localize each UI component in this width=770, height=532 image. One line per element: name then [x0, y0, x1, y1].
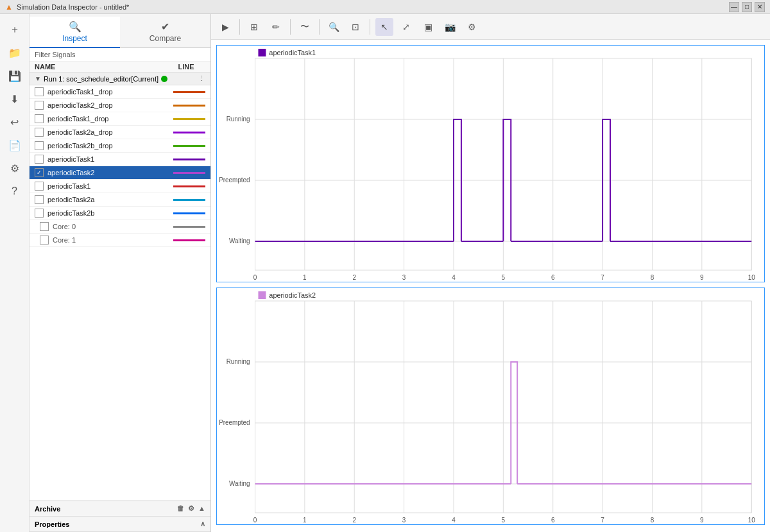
inspect-icon: 🔍	[69, 21, 81, 33]
filter-row: Filter Signals	[30, 48, 210, 62]
layout-button[interactable]: ⊞	[245, 18, 263, 36]
svg-text:5: 5	[502, 517, 506, 524]
minimize-button[interactable]: —	[729, 2, 739, 12]
download-icon[interactable]: ⬇	[4, 89, 25, 109]
svg-text:8: 8	[651, 517, 654, 524]
help-icon[interactable]: ?	[4, 181, 25, 202]
maximize-button[interactable]: □	[742, 2, 752, 12]
signal-checkbox[interactable]	[40, 222, 49, 231]
name-column-header: NAME	[35, 63, 167, 71]
signal-row[interactable]: periodicTask2a	[30, 193, 210, 207]
paint-button[interactable]: ✏	[267, 18, 285, 36]
tab-compare[interactable]: ✔ Compare	[120, 17, 210, 47]
expand-icon[interactable]: ▲	[198, 504, 205, 513]
signal-name: Core: 1	[53, 236, 173, 244]
signal-row[interactable]: Core: 1	[30, 234, 210, 247]
properties-expand-icon[interactable]: ∧	[200, 520, 205, 528]
signal-row[interactable]: periodicTask2b_drop	[30, 139, 210, 153]
bottom-panel: Archive 🗑 ⚙ ▲ Properties ∧	[30, 501, 210, 532]
signal-line-color	[173, 118, 205, 120]
snapshot-button[interactable]: 📷	[441, 18, 459, 36]
trash-icon[interactable]: 🗑	[177, 504, 184, 513]
signal-line-color	[173, 185, 205, 187]
close-button[interactable]: ✕	[755, 2, 765, 12]
signal-checkbox[interactable]: ✓	[35, 168, 44, 177]
cursor-button[interactable]: 〜	[296, 18, 314, 36]
signal-checkbox[interactable]	[35, 128, 44, 137]
signal-name: aperiodicTask2_drop	[47, 101, 173, 109]
filter-label: Filter Signals	[35, 51, 76, 58]
signal-line-color	[173, 159, 205, 160]
zoom-button[interactable]: 🔍	[325, 18, 343, 36]
run-status-dot	[161, 76, 167, 82]
signal-checkbox[interactable]	[35, 182, 44, 191]
folder-icon[interactable]: 📁	[4, 42, 25, 63]
run-header: ▼ Run 1: soc_schedule_editor[Current] ⋮	[30, 73, 210, 85]
signal-name: periodicTask1	[47, 182, 173, 190]
signal-row[interactable]: aperiodicTask2_drop	[30, 99, 210, 112]
signal-row[interactable]: aperiodicTask1	[30, 153, 210, 166]
svg-text:0: 0	[253, 274, 257, 281]
signal-name: periodicTask2b_drop	[47, 142, 173, 150]
signal-line-color	[173, 105, 205, 107]
svg-text:9: 9	[700, 274, 704, 281]
app-icon: ▲	[5, 3, 13, 12]
signal-row[interactable]: ✓aperiodicTask2	[30, 166, 210, 180]
signal-line-color	[173, 212, 205, 214]
properties-section[interactable]: Properties ∧	[30, 517, 210, 532]
select-button[interactable]: ↖	[375, 18, 393, 36]
archive-label: Archive	[35, 505, 60, 513]
signal-row[interactable]: periodicTask2a_drop	[30, 126, 210, 139]
signal-line-color	[173, 199, 205, 201]
chart-settings-button[interactable]: ⚙	[463, 18, 481, 36]
properties-label: Properties	[35, 520, 69, 528]
inspect-tab-label: Inspect	[62, 34, 87, 43]
svg-text:2: 2	[352, 274, 356, 281]
signal-line-color	[173, 132, 205, 133]
signal-row[interactable]: periodicTask1	[30, 180, 210, 193]
document-icon[interactable]: 📄	[4, 135, 25, 155]
tab-inspect[interactable]: 🔍 Inspect	[30, 17, 120, 48]
signal-name: aperiodicTask2	[47, 169, 173, 176]
svg-text:10: 10	[748, 517, 755, 524]
settings-icon[interactable]: ⚙	[4, 158, 25, 178]
svg-text:1: 1	[303, 517, 307, 524]
fullscreen-button[interactable]: ⤢	[397, 18, 415, 36]
svg-text:7: 7	[601, 517, 604, 524]
signal-checkbox[interactable]	[35, 101, 44, 110]
signal-checkbox[interactable]	[35, 209, 44, 218]
svg-rect-32	[258, 49, 266, 56]
signal-checkbox[interactable]	[35, 87, 44, 96]
add-icon[interactable]: ＋	[4, 19, 25, 40]
fit-button[interactable]: ⊡	[346, 18, 364, 36]
window-title: Simulation Data Inspector - untitled*	[17, 3, 729, 11]
svg-text:Running: Running	[227, 116, 250, 123]
run-menu-icon[interactable]: ⋮	[198, 74, 205, 83]
chart-panel-1: Running Preempted Waiting 0 1 2 3 4 5 6 …	[216, 45, 765, 282]
signal-checkbox[interactable]	[40, 236, 49, 245]
signal-row[interactable]: periodicTask2b	[30, 207, 210, 220]
compare-icon: ✔	[161, 21, 169, 33]
save-icon[interactable]: 💾	[4, 65, 25, 86]
signal-checkbox[interactable]	[35, 155, 44, 164]
signal-checkbox[interactable]	[35, 141, 44, 150]
svg-text:8: 8	[651, 274, 654, 281]
svg-text:0: 0	[253, 517, 257, 524]
signal-checkbox[interactable]	[35, 195, 44, 204]
window-controls: — □ ✕	[729, 2, 765, 12]
tile-button[interactable]: ▣	[419, 18, 437, 36]
signal-row[interactable]: aperiodicTask1_drop	[30, 85, 210, 99]
share-icon[interactable]: ↩	[4, 112, 25, 132]
svg-text:Running: Running	[227, 358, 250, 365]
play-button[interactable]: ▶	[216, 18, 234, 36]
signal-row[interactable]: periodicTask1_drop	[30, 112, 210, 126]
signal-line-color	[173, 239, 205, 241]
signal-list: aperiodicTask1_dropaperiodicTask2_droppe…	[30, 85, 210, 501]
svg-text:1: 1	[303, 274, 307, 281]
signal-checkbox[interactable]	[35, 114, 44, 123]
gear-icon[interactable]: ⚙	[188, 504, 194, 513]
signal-row[interactable]: Core: 0	[30, 220, 210, 234]
svg-text:2: 2	[352, 517, 356, 524]
column-headers: NAME LINE	[30, 62, 210, 73]
archive-section[interactable]: Archive 🗑 ⚙ ▲	[30, 501, 210, 517]
